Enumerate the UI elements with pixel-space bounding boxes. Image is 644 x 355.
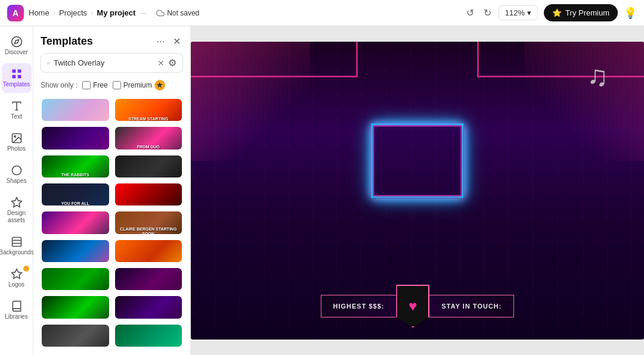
filter-premium-checkbox[interactable]: Premium ★ — [113, 80, 165, 91]
template-thumb-5: THE RABBITS — [42, 155, 109, 179]
template-thumb-6 — [115, 155, 182, 179]
try-premium-button[interactable]: ⭐ Try Premium — [544, 4, 618, 21]
premium-checkbox-input[interactable] — [113, 81, 121, 89]
filter-free-checkbox[interactable]: Free — [82, 81, 108, 89]
star-icon — [11, 268, 23, 280]
grid-icon — [11, 68, 23, 80]
template-item-11[interactable] — [41, 239, 110, 263]
nav-projects[interactable]: Projects — [59, 8, 87, 17]
filter-icon-button[interactable]: ⚙ — [168, 57, 177, 68]
lightbulb-icon[interactable]: 💡 — [624, 7, 637, 20]
premium-label: Premium — [123, 81, 152, 89]
overlay-panel: HIGHEST $$$: ♥ STAY IN TOUCH: — [321, 285, 515, 328]
overlay-right-text: STAY IN TOUCH: — [429, 295, 514, 317]
canvas-area[interactable]: ♫ HIGHEST $$$: ♥ STAY IN TOUCH: — [191, 26, 644, 355]
compass-icon — [11, 36, 23, 48]
svg-point-0 — [11, 37, 21, 47]
svg-point-9 — [14, 136, 15, 138]
sidebar-label-templates: Templates — [3, 81, 30, 88]
template-text-4: FROM DUO — [115, 127, 182, 150]
templates-grid: STREAM STARTINGFROM DUOTHE RABBITSYOU FO… — [33, 95, 190, 355]
template-item-14[interactable]: ★ — [114, 267, 184, 291]
premium-badge: ★ — [154, 80, 165, 91]
sidebar-item-templates[interactable]: Templates — [2, 63, 32, 93]
template-item-9[interactable] — [41, 210, 110, 235]
not-saved-status: Not saved — [156, 9, 199, 17]
panel-more-button[interactable]: ··· — [154, 35, 167, 48]
sidebar-item-photos[interactable]: Photos — [2, 127, 32, 157]
template-thumb-14: ★ — [115, 268, 182, 291]
template-thumb-8: ★ — [115, 183, 182, 207]
sidebar-item-libraries[interactable]: Libraries — [2, 295, 32, 325]
sidebar-item-discover[interactable]: Discover — [2, 31, 32, 61]
template-item-15[interactable] — [41, 295, 110, 319]
template-item-13[interactable] — [41, 267, 110, 291]
templates-panel: Templates ··· ✕ ✕ ⚙ Show only : Free Pr — [33, 26, 191, 355]
svg-rect-5 — [17, 75, 21, 79]
heart-icon: ♥ — [408, 298, 417, 314]
template-item-10[interactable]: CLAIRE BERGEN Starting Soon★ — [114, 210, 184, 235]
template-text-7: YOU FOR ALL — [42, 183, 109, 207]
filter-bar: Show only : Free Premium ★ — [33, 77, 190, 95]
template-item-8[interactable]: ★ — [114, 182, 184, 207]
template-item-6[interactable] — [114, 154, 184, 179]
sidebar-item-logos[interactable]: Logos — [2, 263, 32, 293]
sidebar-label-text: Text — [11, 113, 21, 120]
svg-marker-11 — [11, 198, 21, 207]
premium-star-icon: ⭐ — [552, 8, 562, 17]
template-thumb-13 — [42, 268, 109, 291]
search-icon — [47, 59, 50, 67]
topbar: A Home › Projects › My project ··· Not s… — [0, 0, 644, 26]
search-input[interactable] — [54, 58, 154, 67]
template-item-1[interactable] — [41, 98, 110, 122]
filter-label: Show only : — [41, 81, 78, 89]
shapes-icon — [11, 164, 23, 176]
template-item-12[interactable]: ★ — [114, 239, 184, 263]
main-area: Discover Templates Text Photos Shapes De… — [0, 26, 644, 355]
template-item-18[interactable] — [114, 323, 184, 348]
overlay-center-badge: ♥ — [396, 285, 429, 328]
sidebar-item-text[interactable]: Text — [2, 95, 32, 125]
zoom-button[interactable]: 112% ▾ — [499, 5, 538, 20]
template-item-17[interactable] — [41, 323, 110, 348]
topbar-actions: ↺ ↻ 112% ▾ — [464, 5, 538, 21]
sidebar-item-design-assets[interactable]: Design assets — [2, 192, 32, 229]
canvas-content: ♫ HIGHEST $$$: ♥ STAY IN TOUCH: — [191, 42, 644, 340]
panel-close-button[interactable]: ✕ — [171, 35, 183, 48]
redo-button[interactable]: ↻ — [481, 5, 494, 21]
nav-project-name[interactable]: My project — [97, 8, 135, 17]
sidebar-item-shapes[interactable]: Shapes — [2, 160, 32, 189]
sidebar-label-libraries: Libraries — [5, 313, 27, 320]
template-item-7[interactable]: YOU FOR ALL▶★ — [41, 182, 110, 207]
template-item-5[interactable]: THE RABBITS — [41, 154, 110, 179]
template-thumb-1 — [42, 99, 109, 122]
template-thumb-4: FROM DUO — [115, 127, 182, 150]
template-text-5: THE RABBITS — [42, 155, 109, 179]
svg-point-16 — [48, 62, 49, 64]
undo-button[interactable]: ↺ — [464, 5, 476, 21]
try-premium-label: Try Premium — [565, 8, 609, 17]
search-clear-button[interactable]: ✕ — [157, 58, 165, 68]
svg-point-10 — [12, 166, 21, 175]
sidebar-label-design-assets: Design assets — [4, 210, 29, 224]
svg-rect-12 — [12, 238, 21, 247]
free-label: Free — [93, 81, 108, 89]
template-text-10: CLAIRE BERGEN Starting Soon — [115, 211, 182, 235]
svg-marker-15 — [11, 269, 21, 279]
template-item-2[interactable]: STREAM STARTING — [114, 98, 184, 122]
sidebar-item-backgrounds[interactable]: Backgrounds — [2, 231, 32, 261]
sidebar-label-shapes: Shapes — [7, 178, 27, 185]
nav-home[interactable]: Home — [29, 8, 49, 17]
template-item-16[interactable]: ★ — [114, 295, 184, 319]
template-item-3[interactable] — [41, 126, 110, 150]
free-checkbox-input[interactable] — [82, 81, 91, 89]
svg-rect-2 — [12, 70, 16, 73]
cloud-icon — [156, 9, 165, 17]
template-item-4[interactable]: FROM DUO — [114, 126, 184, 150]
template-thumb-3 — [42, 127, 109, 150]
sidebar-label-logos: Logos — [8, 281, 24, 288]
more-options-nav[interactable]: ··· — [138, 7, 149, 18]
template-text-2: STREAM STARTING — [115, 99, 182, 122]
template-thumb-11 — [42, 240, 109, 263]
template-thumb-12: ★ — [115, 240, 182, 263]
